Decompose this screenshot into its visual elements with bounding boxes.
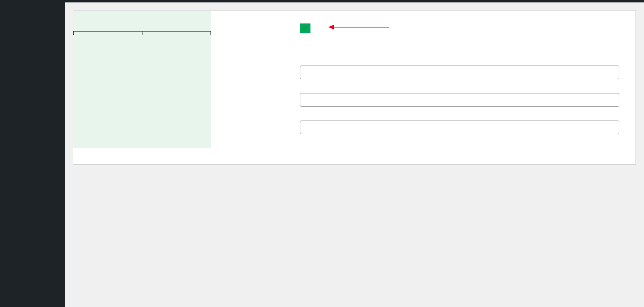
mailto-input[interactable]	[300, 93, 619, 107]
domain-email-input[interactable]	[300, 66, 619, 79]
activate-checkbox[interactable]	[300, 23, 310, 33]
table-header	[74, 32, 142, 35]
merge-tags-title	[73, 23, 211, 26]
arrow-annotation	[328, 23, 389, 33]
domain-email-label	[219, 66, 300, 83]
status-select-label	[219, 47, 300, 56]
merge-tags-panel	[73, 11, 211, 148]
admin-sidebar	[0, 0, 65, 307]
merge-tags-note	[73, 26, 211, 31]
merge-tags-table	[73, 31, 211, 35]
cc-label	[219, 121, 300, 138]
check-icon	[302, 25, 308, 31]
settings-form	[211, 11, 627, 148]
cc-input[interactable]	[300, 121, 619, 134]
main-content	[65, 0, 644, 307]
mailto-label	[219, 93, 300, 111]
svg-marker-1	[328, 25, 334, 30]
activate-label	[219, 23, 300, 37]
table-header	[142, 32, 211, 35]
